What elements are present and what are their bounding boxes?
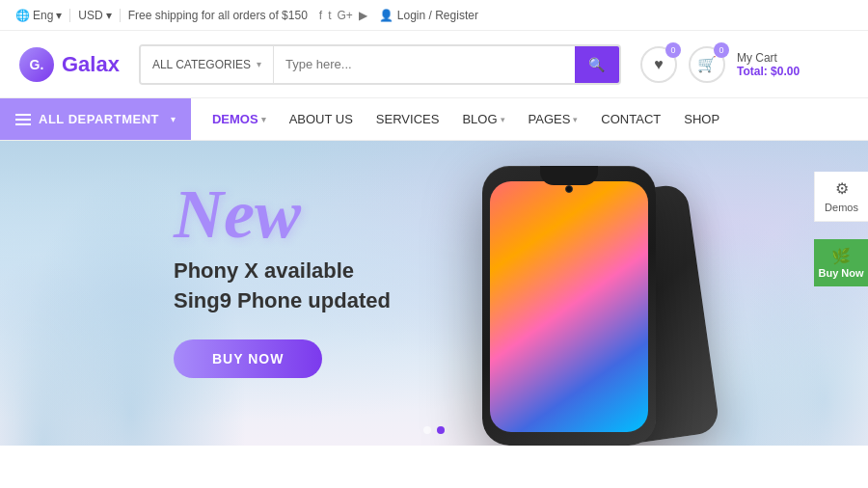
blog-arrow: ▾ [501, 115, 505, 124]
wishlist-badge: 0 [665, 42, 681, 58]
login-register-link[interactable]: 👤 Login / Register [379, 9, 478, 22]
phone-body [482, 166, 656, 446]
hero-new-text: New [174, 179, 391, 249]
cart-total: Total: $0.00 [737, 65, 800, 78]
gear-icon: ⚙ [835, 179, 849, 198]
dept-chevron-icon: ▾ [171, 114, 176, 124]
cart-button[interactable]: 🛒 0 [689, 46, 725, 83]
leaf-icon: 🌿 [831, 247, 851, 265]
cart-badge: 0 [714, 42, 729, 58]
hero-title: Phony X available Sing9 Phone updated [174, 257, 391, 316]
search-icon: 🔍 [588, 57, 605, 72]
phone-screen [490, 181, 648, 432]
divider [69, 9, 70, 22]
globe-icon: 🌐 [15, 9, 30, 22]
nav-about[interactable]: ABOUT US [280, 98, 363, 140]
nav-pages[interactable]: PAGES ▾ [519, 98, 588, 140]
twitter-icon[interactable]: t [328, 9, 331, 22]
cart-icon: 🛒 [697, 55, 717, 73]
dropdown-arrow: ▾ [257, 59, 261, 69]
logo-icon: G. [19, 47, 54, 82]
hero-dot-1[interactable] [423, 426, 431, 434]
hero-content: New Phony X available Sing9 Phone update… [174, 179, 391, 378]
demos-arrow: ▾ [261, 115, 266, 124]
nav-shop[interactable]: SHOP [674, 98, 729, 140]
logo[interactable]: G. Galax [19, 47, 120, 82]
nav-services[interactable]: SERVICES [366, 98, 449, 140]
user-icon: 👤 [379, 9, 393, 22]
phone-camera [565, 185, 573, 193]
heart-icon: ♥ [654, 56, 664, 73]
search-input[interactable] [274, 46, 575, 83]
phone-notch [540, 166, 598, 185]
hero-section: ⚙ Demos 🌿 Buy Now New Phony X available … [0, 141, 868, 446]
buynow-side-tab[interactable]: 🌿 Buy Now [814, 239, 868, 286]
divider [120, 9, 121, 22]
currency-selector[interactable]: USD ▾ [78, 9, 111, 22]
currency-arrow: ▾ [106, 9, 112, 22]
lang-selector[interactable]: 🌐 Eng ▾ [15, 9, 62, 22]
shipping-message: Free shipping for all orders of $150 [128, 9, 308, 22]
lang-arrow: ▾ [56, 9, 62, 22]
hero-dot-2[interactable] [437, 426, 445, 434]
nav-contact[interactable]: CONTACT [591, 98, 670, 140]
social-links: f t G+ ▶ [319, 9, 367, 22]
wishlist-button[interactable]: ♥ 0 [640, 46, 677, 83]
search-button[interactable]: 🔍 [575, 46, 619, 83]
pages-arrow: ▾ [573, 115, 578, 124]
search-bar: ALL CATEGORIES ▾ 🔍 [139, 44, 621, 85]
google-plus-icon[interactable]: G+ [338, 9, 353, 22]
category-dropdown[interactable]: ALL CATEGORIES ▾ [141, 46, 274, 83]
hero-buy-now-button[interactable]: BUY NOW [174, 339, 322, 378]
demos-side-tab[interactable]: ⚙ Demos [814, 172, 868, 222]
header: G. Galax ALL CATEGORIES ▾ 🔍 ♥ 0 🛒 0 My C… [0, 31, 868, 98]
menu-bars-icon [15, 114, 31, 125]
nav-links: DEMOS ▾ ABOUT US SERVICES BLOG ▾ PAGES ▾… [191, 98, 741, 140]
phone-front [482, 166, 656, 446]
cart-info: My Cart Total: $0.00 [737, 51, 800, 78]
all-department-button[interactable]: ALL DEPARTMENT ▾ [0, 98, 191, 140]
youtube-icon[interactable]: ▶ [359, 9, 367, 22]
top-bar: 🌐 Eng ▾ USD ▾ Free shipping for all orde… [0, 0, 868, 31]
facebook-icon[interactable]: f [319, 9, 322, 22]
nav-demos[interactable]: DEMOS ▾ [203, 98, 276, 140]
nav-blog[interactable]: BLOG ▾ [452, 98, 514, 140]
hero-dots [423, 426, 445, 434]
hero-trees [0, 141, 868, 446]
logo-text: Galax [62, 52, 120, 77]
nav-bar: ALL DEPARTMENT ▾ DEMOS ▾ ABOUT US SERVIC… [0, 98, 868, 141]
header-icons: ♥ 0 🛒 0 My Cart Total: $0.00 [640, 46, 800, 83]
